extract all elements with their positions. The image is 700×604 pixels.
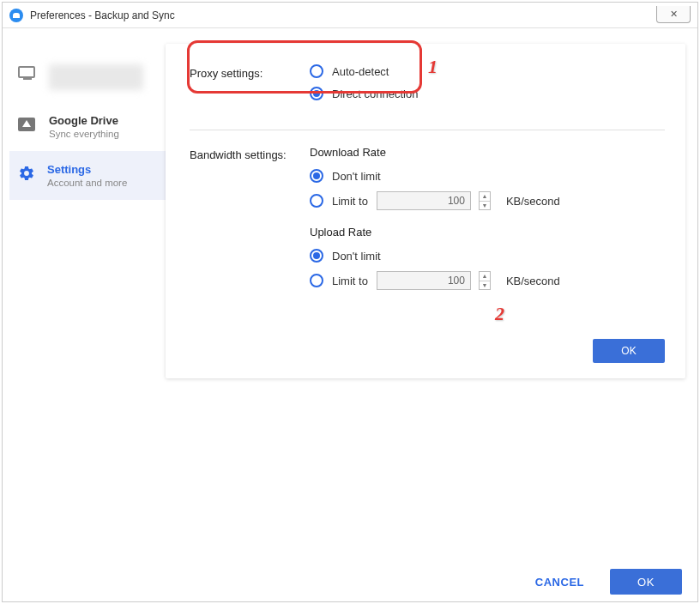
chevron-down-icon: ▼ <box>480 202 490 210</box>
upload-spinner[interactable]: ▲▼ <box>479 271 491 290</box>
ok-button[interactable]: OK <box>610 569 682 595</box>
nav-sub: Account and more <box>47 178 127 188</box>
close-button[interactable]: ✕ <box>656 6 691 23</box>
redacted-label <box>49 64 143 90</box>
annotation-2: 2 <box>495 303 504 325</box>
download-limit-input[interactable] <box>377 191 471 210</box>
sidebar-item-computer[interactable] <box>9 52 166 102</box>
download-spinner[interactable]: ▲▼ <box>479 191 491 210</box>
window-title: Preferences - Backup and Sync <box>30 9 175 21</box>
panel-ok-button[interactable]: OK <box>593 339 665 363</box>
app-icon <box>9 9 23 22</box>
annotation-1: 1 <box>428 56 438 78</box>
nav-title: Settings <box>47 163 127 176</box>
download-header: Download Rate <box>310 146 665 159</box>
unit-label: KB/second <box>506 275 560 287</box>
unit-label: KB/second <box>506 195 560 208</box>
proxy-label: Proxy settings: <box>190 64 310 109</box>
divider <box>190 130 665 130</box>
radio-label-auto: Auto-detect <box>332 65 389 78</box>
bandwidth-row: Bandwidth settings: Download Rate Don't … <box>190 146 665 297</box>
sidebar-item-google-drive[interactable]: Google Drive Sync everything <box>9 102 166 151</box>
radio-upload-limit-to[interactable] <box>310 274 323 287</box>
nav-title: Google Drive <box>49 114 119 127</box>
proxy-row: Proxy settings: Auto-detect Direct conne… <box>190 64 665 109</box>
settings-panel: Proxy settings: Auto-detect Direct conne… <box>166 44 685 378</box>
sidebar: Google Drive Sync everything Settings Ac… <box>9 44 166 564</box>
content-area: Google Drive Sync everything Settings Ac… <box>3 28 697 564</box>
preferences-window: Preferences - Backup and Sync ✕ Google D… <box>2 2 698 602</box>
radio-label-direct: Direct connection <box>332 88 418 100</box>
chevron-up-icon: ▲ <box>480 192 490 202</box>
radio-label: Limit to <box>332 275 368 287</box>
titlebar: Preferences - Backup and Sync ✕ <box>3 3 697 28</box>
nav-sub: Sync everything <box>49 129 119 139</box>
upload-limit-input[interactable] <box>377 271 471 290</box>
bandwidth-label: Bandwidth settings: <box>190 146 310 297</box>
sidebar-item-settings[interactable]: Settings Account and more <box>9 151 166 200</box>
radio-direct-connection[interactable] <box>310 87 323 100</box>
radio-label: Don't limit <box>332 250 381 263</box>
radio-auto-detect[interactable] <box>310 64 323 78</box>
radio-label: Don't limit <box>332 170 381 183</box>
radio-download-limit-to[interactable] <box>310 194 323 208</box>
upload-header: Upload Rate <box>310 226 665 239</box>
footer: CANCEL OK <box>3 562 697 601</box>
gear-icon <box>18 165 35 182</box>
drive-icon <box>18 116 37 131</box>
radio-label: Limit to <box>332 195 368 208</box>
chevron-down-icon: ▼ <box>480 281 490 290</box>
radio-upload-dont-limit[interactable] <box>310 249 323 263</box>
radio-download-dont-limit[interactable] <box>310 169 323 183</box>
cancel-button[interactable]: CANCEL <box>523 569 596 595</box>
monitor-icon <box>18 66 37 82</box>
chevron-up-icon: ▲ <box>480 272 490 281</box>
